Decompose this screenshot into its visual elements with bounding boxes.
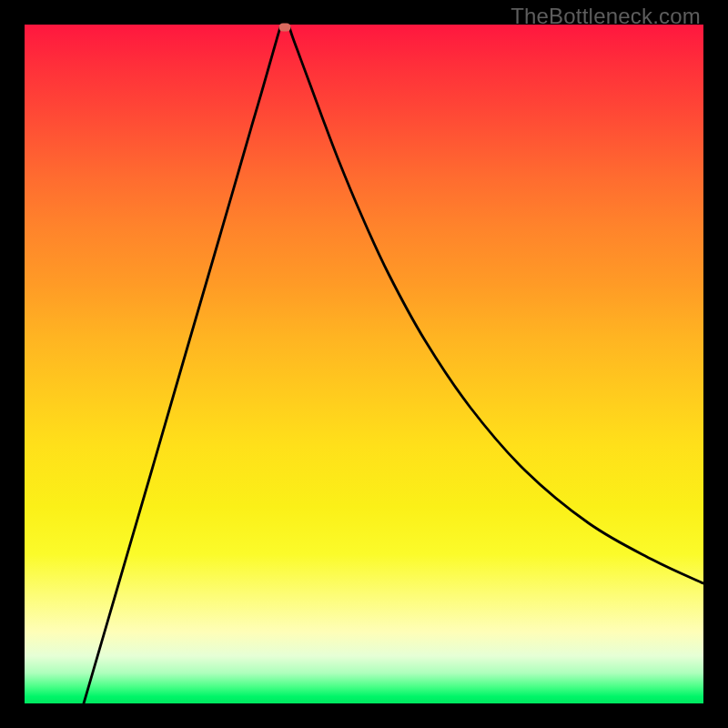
curve-right-branch [289, 27, 703, 583]
chart-frame [25, 25, 703, 703]
bottleneck-curve [25, 25, 703, 703]
watermark-text: TheBottleneck.com [511, 4, 701, 29]
minimum-marker [279, 24, 291, 32]
curve-left-branch [84, 27, 280, 703]
